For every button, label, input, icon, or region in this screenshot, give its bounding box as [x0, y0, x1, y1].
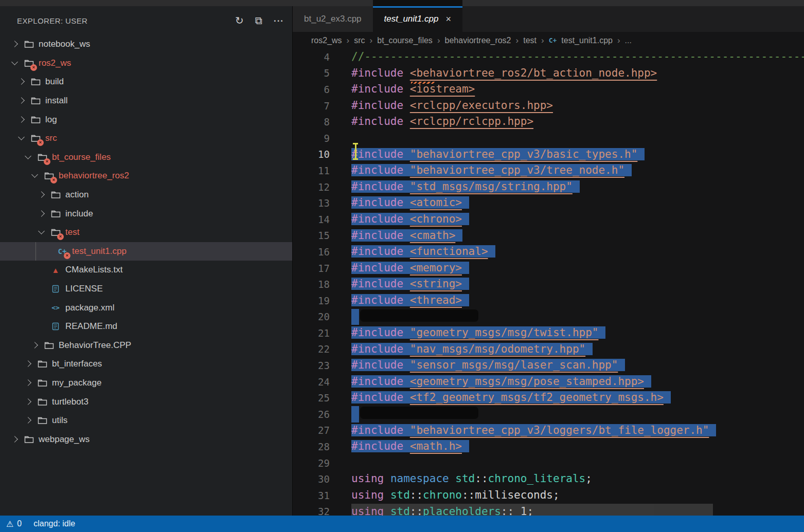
code-line-31[interactable]: 31using std::chrono::milliseconds;	[293, 487, 804, 504]
line-content[interactable]: using namespace std::chrono_literals;	[351, 471, 592, 487]
collapse-folders-icon[interactable]: ⧉	[255, 15, 262, 26]
tree-item-ros2-ws[interactable]: ×ros2_ws	[0, 54, 292, 73]
tree-item-log[interactable]: log	[0, 110, 292, 129]
code-line-21[interactable]: 21#include "geometry_msgs/msg/twist.hpp"	[293, 325, 804, 341]
tree-item-bt-interfaces[interactable]: bt_interfaces	[0, 355, 292, 374]
code-line-10[interactable]: 10#include "behaviortree_cpp_v3/basic_ty…	[293, 146, 804, 163]
code-line-22[interactable]: 22#include "nav_msgs/msg/odometry.hpp"	[293, 341, 804, 358]
line-content[interactable]: #include <rclcpp/executors.hpp>	[351, 98, 553, 114]
breadcrumb-item-src[interactable]: src	[354, 36, 365, 45]
code-line-5[interactable]: 5#include <behaviortree_ros2/bt_action_n…	[293, 65, 804, 82]
code-line-28[interactable]: 28#include <math.h>	[293, 438, 804, 455]
tab-test-unit1-cpp[interactable]: test_unit1.cpp×	[373, 6, 462, 32]
tree-item-build[interactable]: build	[0, 72, 292, 91]
line-content[interactable]	[351, 309, 478, 325]
line-content[interactable]: #include <functional>	[351, 244, 495, 260]
line-content[interactable]: #include "behaviortree_cpp_v3/tree_node.…	[351, 162, 632, 179]
tree-item-bt-course-files[interactable]: ×bt_course_files	[0, 148, 292, 167]
tree-item-test-unit1-cpp[interactable]: C+×test_unit1.cpp	[0, 242, 292, 261]
code-line-32[interactable]: 32using std::placeholders::_1;	[293, 504, 804, 516]
line-content[interactable]: #include <memory>	[351, 260, 469, 277]
code-line-17[interactable]: 17#include <memory>	[293, 260, 804, 277]
tree-item-behaviortree-cpp[interactable]: BehaviorTree.CPP	[0, 336, 292, 355]
line-content[interactable]: //--------------------------------------…	[351, 49, 804, 65]
chevron-down-icon[interactable]	[30, 172, 39, 180]
line-content[interactable]: #include <rclcpp/rclcpp.hpp>	[351, 114, 533, 130]
line-content[interactable]: #include "nav_msgs/msg/odometry.hpp"	[351, 341, 593, 358]
line-content[interactable]: #include "geometry_msgs/msg/twist.hpp"	[351, 325, 605, 341]
chevron-right-icon[interactable]	[37, 191, 45, 199]
line-content[interactable]: #include <geometry_msgs/msg/pose_stamped…	[351, 374, 651, 390]
tree-item-notebook-ws[interactable]: notebook_ws	[0, 35, 292, 54]
tab-bt-u2-ex3-cpp[interactable]: bt_u2_ex3.cpp	[293, 6, 373, 32]
breadcrumb-item-ros2_ws[interactable]: ros2_ws	[311, 36, 342, 45]
code-line-14[interactable]: 14#include <chrono>	[293, 211, 804, 228]
tree-item-action[interactable]: action	[0, 186, 292, 205]
chevron-right-icon[interactable]	[17, 97, 25, 105]
line-content[interactable]: #include <math.h>	[351, 438, 469, 455]
more-actions-icon[interactable]: ···	[274, 16, 284, 25]
line-content[interactable]: #include "behaviortree_cpp_v3/basic_type…	[351, 146, 645, 163]
code-line-8[interactable]: 8#include <rclcpp/rclcpp.hpp>	[293, 114, 804, 130]
chevron-right-icon[interactable]	[24, 379, 32, 387]
code-line-20[interactable]: 20	[293, 309, 804, 325]
chevron-right-icon[interactable]	[17, 78, 25, 86]
code-line-25[interactable]: 25#include <tf2_geometry_msgs/tf2_geomet…	[293, 390, 804, 406]
chevron-down-icon[interactable]	[10, 59, 19, 67]
code-line-23[interactable]: 23#include "sensor_msgs/msg/laser_scan.h…	[293, 357, 804, 374]
code-line-29[interactable]: 29	[293, 455, 804, 471]
code-line-9[interactable]: 9	[293, 130, 804, 146]
code-line-13[interactable]: 13#include <atomic>	[293, 195, 804, 211]
refresh-icon[interactable]: ↻	[235, 15, 244, 26]
tree-item-test[interactable]: ×test	[0, 223, 292, 242]
tree-item-package-xml[interactable]: <>package.xml	[0, 298, 292, 317]
line-content[interactable]	[351, 406, 478, 423]
tree-item-cmakelists-txt[interactable]: ▲CMakeLists.txt	[0, 261, 292, 280]
line-content[interactable]: #include <chrono>	[351, 211, 469, 228]
line-content[interactable]: #include <behaviortree_ros2/bt_action_no…	[351, 65, 657, 82]
breadcrumb-overflow[interactable]: ...	[625, 36, 632, 45]
code-line-24[interactable]: 24#include <geometry_msgs/msg/pose_stamp…	[293, 374, 804, 390]
chevron-right-icon[interactable]	[24, 416, 32, 425]
chevron-right-icon[interactable]	[10, 435, 19, 444]
line-content[interactable]: #include <thread>	[351, 292, 469, 309]
chevron-right-icon[interactable]	[10, 40, 19, 48]
chevron-right-icon[interactable]	[17, 116, 25, 124]
breadcrumb-item-test[interactable]: test	[523, 36, 537, 45]
code-line-30[interactable]: 30using namespace std::chrono_literals;	[293, 471, 804, 487]
tree-item-include[interactable]: include	[0, 204, 292, 223]
line-content[interactable]: #include "behaviortree_cpp_v3/loggers/bt…	[351, 423, 716, 439]
line-content[interactable]: using std::chrono::milliseconds;	[351, 487, 560, 504]
tree-item-readme-md[interactable]: README.md	[0, 317, 292, 336]
close-icon[interactable]: ×	[445, 14, 451, 25]
tree-item-src[interactable]: ×src	[0, 129, 292, 148]
breadcrumb-item-bt_course_files[interactable]: bt_course_files	[377, 36, 433, 45]
line-content[interactable]: #include <iostream>	[351, 81, 475, 98]
code-line-15[interactable]: 15#include <cmath>	[293, 228, 804, 244]
line-content[interactable]: #include "std_msgs/msg/string.hpp"	[351, 179, 580, 195]
code-line-19[interactable]: 19#include <thread>	[293, 292, 804, 309]
code-area[interactable]: 4//-------------------------------------…	[293, 49, 804, 516]
tree-item-behaviortree-ros2[interactable]: ×behaviortree_ros2	[0, 167, 292, 186]
code-line-27[interactable]: 27#include "behaviortree_cpp_v3/loggers/…	[293, 423, 804, 439]
code-line-6[interactable]: 6#include <iostream>	[293, 81, 804, 98]
code-line-26[interactable]: 26	[293, 406, 804, 423]
code-line-18[interactable]: 18#include <string>	[293, 276, 804, 292]
chevron-right-icon[interactable]	[37, 210, 45, 218]
tree-item-webpage-ws[interactable]: webpage_ws	[0, 430, 292, 449]
chevron-right-icon[interactable]	[24, 360, 32, 368]
code-line-11[interactable]: 11#include "behaviortree_cpp_v3/tree_nod…	[293, 162, 804, 179]
tree-item-my-package[interactable]: my_package	[0, 374, 292, 393]
line-content[interactable]: #include "sensor_msgs/msg/laser_scan.hpp…	[351, 357, 625, 374]
line-content[interactable]: #include <tf2_geometry_msgs/tf2_geometry…	[351, 390, 671, 406]
clangd-status[interactable]: clangd: idle	[33, 519, 75, 528]
tree-item-utils[interactable]: utils	[0, 411, 292, 430]
line-content[interactable]: using std::placeholders::_1;	[351, 504, 713, 516]
breadcrumb-item-file[interactable]: test_unit1.cpp	[561, 36, 613, 45]
chevron-down-icon[interactable]	[17, 134, 25, 142]
chevron-right-icon[interactable]	[30, 341, 39, 350]
breadcrumb-item-behaviortree_ros2[interactable]: behaviortree_ros2	[445, 36, 511, 45]
problems-indicator[interactable]: ⚠ 0	[6, 519, 22, 529]
line-content[interactable]: #include <string>	[351, 276, 469, 292]
chevron-down-icon[interactable]	[24, 153, 32, 161]
